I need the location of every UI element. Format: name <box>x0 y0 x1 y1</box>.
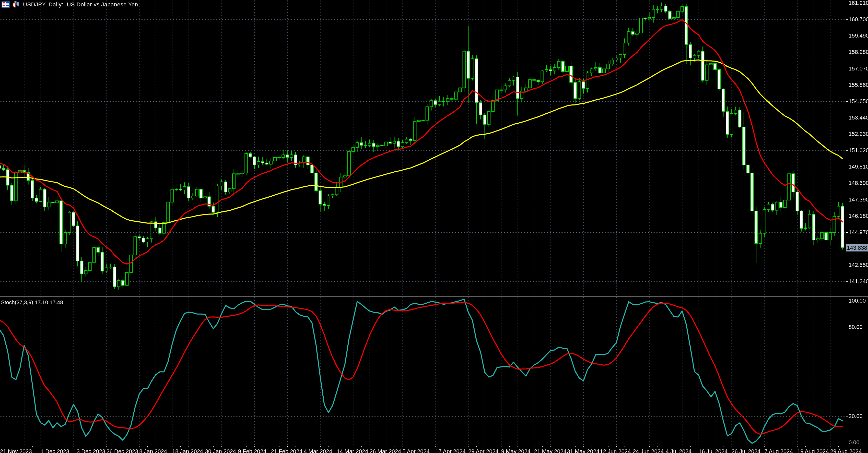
price-axis-label: 159.490 <box>848 32 868 39</box>
current-price-tag: 143.838 <box>846 244 868 252</box>
ohlc-bars-icon[interactable] <box>12 1 21 8</box>
date-axis-label: 24 Jun 2024 <box>633 448 664 453</box>
date-axis-label: 4 Jul 2024 <box>666 448 692 453</box>
price-axis-label: 154.650 <box>848 98 868 105</box>
date-axis-label: 8 Jan 2024 <box>139 448 167 453</box>
price-axis-label: 141.340 <box>848 278 868 285</box>
price-axis-label: 153.440 <box>848 115 868 121</box>
price-axis-label: 157.070 <box>848 65 868 72</box>
price-axis-label: 144.970 <box>848 229 868 236</box>
date-axis-label: 21 May 2024 <box>534 448 566 453</box>
date-axis-label: 30 Jan 2024 <box>205 448 236 453</box>
date-axis-label: 4 Mar 2024 <box>304 448 332 453</box>
date-axis-label: 26 Mar 2024 <box>370 448 401 453</box>
price-axis-label: 148.600 <box>848 180 868 186</box>
date-axis-label: 14 Mar 2024 <box>337 448 368 453</box>
price-axis-label: 155.860 <box>848 82 868 88</box>
date-axis-label: 17 Apr 2024 <box>435 448 466 453</box>
date-axis-label: 5 Apr 2024 <box>403 448 430 453</box>
stoch-axis-label: 20.00 <box>848 413 863 420</box>
price-axis-label: 149.810 <box>848 163 868 170</box>
price-axis-label: 151.020 <box>848 147 868 154</box>
stoch-axis-label: 100.00 <box>848 297 866 304</box>
chart-canvas[interactable] <box>0 0 868 453</box>
date-axis-label: 29 Aug 2024 <box>830 448 862 453</box>
price-axis-label: 147.390 <box>848 196 868 203</box>
price-axis-label: 146.180 <box>848 213 868 219</box>
quotes-grid-icon[interactable] <box>2 1 10 8</box>
date-axis-label: 1 Dec 2023 <box>41 448 69 453</box>
date-axis-label: 9 May 2024 <box>501 448 531 453</box>
date-axis-label: 19 Aug 2024 <box>797 448 829 453</box>
date-axis-label: 9 Feb 2024 <box>238 448 267 453</box>
stoch-axis-label: 0.00 <box>848 439 860 446</box>
date-axis-label: 26 Dec 2023 <box>106 448 138 453</box>
price-axis-label: 160.700 <box>848 16 868 23</box>
price-axis-label: 158.280 <box>848 49 868 56</box>
chart-title: USDJPY, Daily: US Dollar vs Japanese Yen <box>23 1 138 8</box>
date-axis-label: 13 Dec 2023 <box>73 448 105 453</box>
price-axis-label: 142.550 <box>848 262 868 268</box>
date-axis-label: 7 Aug 2024 <box>764 448 793 453</box>
date-axis-label: 26 Jul 2024 <box>732 448 761 453</box>
date-axis-label: 21 Nov 2023 <box>0 448 32 453</box>
pane-separator[interactable] <box>0 296 868 297</box>
date-axis-label: 12 Jun 2024 <box>600 448 631 453</box>
mt4-chart-window: { "window": { "title": "USDJPY, Daily: U… <box>0 0 868 453</box>
price-axis-label: 152.230 <box>848 131 868 137</box>
price-axis-label: 161.910 <box>848 0 868 6</box>
date-axis-label: 31 May 2024 <box>567 448 599 453</box>
stochastic-indicator-label: Stoch(37,3,9) 17.10 17.48 <box>1 299 63 305</box>
chart-titlebar: USDJPY, Daily: US Dollar vs Japanese Yen <box>2 1 138 8</box>
date-axis-label: 21 Feb 2024 <box>271 448 303 453</box>
date-axis-label: 16 Jul 2024 <box>699 448 728 453</box>
stoch-axis-label: 80.00 <box>848 324 863 330</box>
date-axis-label: 29 Apr 2024 <box>468 448 499 453</box>
date-axis-label: 18 Jan 2024 <box>172 448 203 453</box>
